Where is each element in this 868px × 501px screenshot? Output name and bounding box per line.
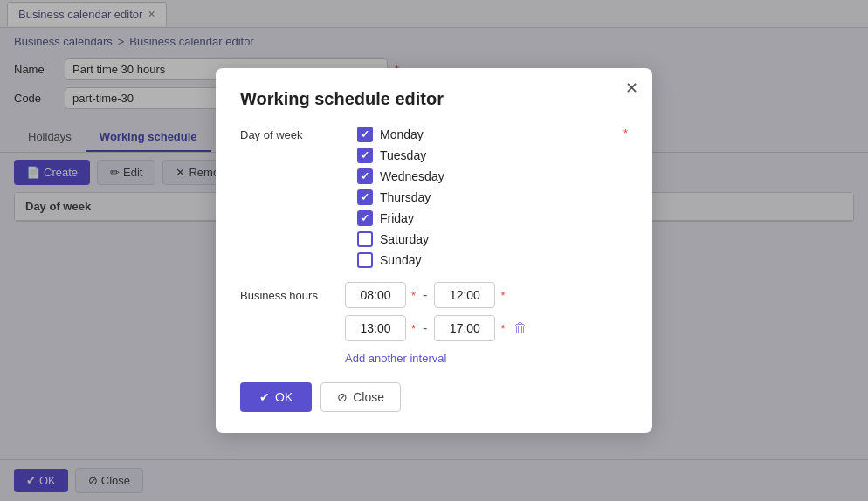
modal-close-button[interactable]: ✕ — [625, 80, 638, 96]
working-schedule-modal: ✕ Working schedule editor Day of week Mo… — [216, 68, 652, 433]
modal-footer: ✔ OK ⊘ Close — [240, 382, 628, 412]
day-tuesday-checkbox[interactable] — [357, 148, 373, 163]
interval-2-end[interactable] — [434, 315, 495, 341]
modal-overlay: ✕ Working schedule editor Day of week Mo… — [0, 0, 868, 501]
modal-ok-check-icon: ✔ — [259, 390, 270, 404]
day-thursday-row: Thursday — [357, 189, 444, 205]
day-monday-row: Monday — [357, 127, 444, 142]
modal-close-modal-label: Close — [353, 390, 384, 404]
day-friday-checkbox[interactable] — [357, 210, 373, 226]
modal-close-circle-icon: ⊘ — [337, 390, 348, 404]
day-of-week-section: Day of week Monday Tuesday Wednesday — [240, 127, 628, 268]
interval-1-start-required: * — [411, 289, 416, 302]
day-friday-label: Friday — [380, 211, 414, 225]
day-saturday-checkbox[interactable] — [357, 231, 373, 247]
day-wednesday-row: Wednesday — [357, 168, 444, 184]
day-thursday-label: Thursday — [380, 190, 431, 204]
day-required-star: * — [623, 127, 628, 268]
interval-2-start[interactable] — [345, 315, 406, 341]
modal-title: Working schedule editor — [240, 89, 628, 109]
interval-1-end[interactable] — [434, 282, 495, 308]
day-monday-checkbox[interactable] — [357, 127, 373, 142]
day-sunday-label: Sunday — [380, 253, 421, 267]
business-hours-rows: * - * * - * 🗑 Add another interval — [345, 282, 531, 365]
interval-2-row: * - * 🗑 — [345, 315, 531, 341]
interval-2-end-required: * — [500, 322, 505, 335]
day-of-week-label: Day of week — [240, 127, 336, 268]
interval-1-sep: - — [421, 287, 429, 303]
business-hours-section: Business hours * - * * - * 🗑 — [240, 282, 628, 365]
interval-1-row: * - * — [345, 282, 531, 308]
day-saturday-label: Saturday — [380, 232, 429, 246]
day-monday-label: Monday — [380, 127, 424, 141]
days-list: Monday Tuesday Wednesday Thursday — [357, 127, 444, 268]
modal-ok-label: OK — [275, 390, 293, 404]
interval-1-end-required: * — [500, 289, 505, 302]
interval-1-start[interactable] — [345, 282, 406, 308]
day-saturday-row: Saturday — [357, 231, 444, 247]
interval-2-delete-icon[interactable]: 🗑 — [510, 320, 531, 336]
day-thursday-checkbox[interactable] — [357, 189, 373, 205]
day-tuesday-label: Tuesday — [380, 148, 426, 162]
day-sunday-checkbox[interactable] — [357, 252, 373, 268]
day-friday-row: Friday — [357, 210, 444, 226]
add-interval-link[interactable]: Add another interval — [345, 352, 531, 365]
day-wednesday-checkbox[interactable] — [357, 168, 373, 184]
modal-close-modal-button[interactable]: ⊘ Close — [320, 382, 401, 412]
interval-2-start-required: * — [411, 322, 416, 335]
modal-ok-button[interactable]: ✔ OK — [240, 382, 312, 412]
day-sunday-row: Sunday — [357, 252, 444, 268]
business-hours-label: Business hours — [240, 282, 336, 302]
interval-2-sep: - — [421, 320, 429, 336]
day-tuesday-row: Tuesday — [357, 148, 444, 163]
day-wednesday-label: Wednesday — [380, 169, 444, 183]
